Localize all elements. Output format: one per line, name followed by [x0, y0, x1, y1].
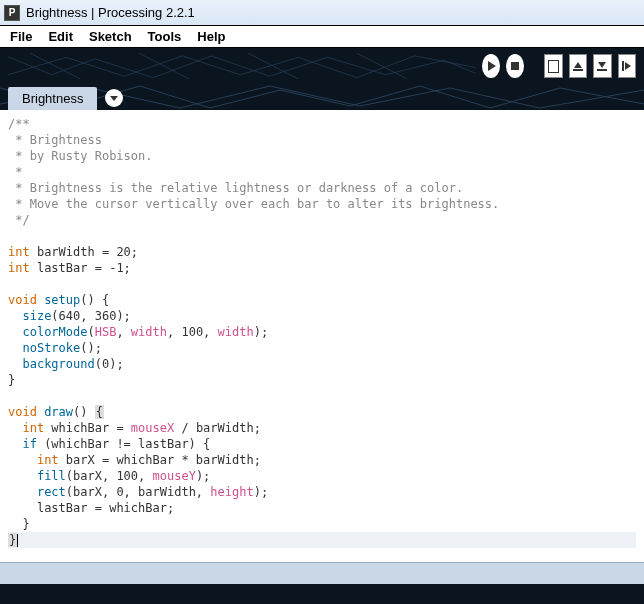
- comment-line: /**: [8, 117, 30, 131]
- open-button[interactable]: [569, 54, 587, 78]
- comment-line: * Move the cursor vertically over each b…: [8, 197, 507, 211]
- kw-int: int: [37, 453, 59, 467]
- fn-size: size: [22, 309, 51, 323]
- fn-colormode: colorMode: [22, 325, 87, 339]
- comment-line: *: [8, 165, 30, 179]
- kw-void: void: [8, 405, 37, 419]
- kw-if: if: [22, 437, 36, 451]
- comment-line: * by Rusty Robison.: [8, 149, 167, 163]
- tab-bar: Brightness: [0, 84, 644, 110]
- menu-sketch[interactable]: Sketch: [81, 27, 140, 46]
- app-icon: P: [4, 5, 20, 21]
- stop-icon: [511, 62, 519, 70]
- bi-mousey: mouseY: [153, 469, 196, 483]
- kw-void: void: [8, 293, 37, 307]
- toolbar-background-art: [8, 53, 476, 79]
- menu-help[interactable]: Help: [189, 27, 233, 46]
- bi-width: width: [218, 325, 254, 339]
- fn-fill: fill: [37, 469, 66, 483]
- save-button[interactable]: [593, 54, 611, 78]
- document-icon: [548, 60, 559, 73]
- comment-line: * Brightness: [8, 133, 102, 147]
- fn-setup: setup: [44, 293, 80, 307]
- code-editor[interactable]: /** * Brightness * by Rusty Robison. * *…: [0, 110, 644, 562]
- text-cursor: [17, 534, 18, 547]
- chevron-down-icon: [110, 96, 118, 101]
- menubar: File Edit Sketch Tools Help: [0, 26, 644, 48]
- play-icon: [488, 61, 496, 71]
- kw-int: int: [8, 245, 30, 259]
- arrow-right-icon: [625, 62, 631, 70]
- menu-edit[interactable]: Edit: [40, 27, 81, 46]
- bracket-highlight: }: [8, 533, 17, 547]
- kw-int: int: [22, 421, 44, 435]
- stop-button[interactable]: [506, 54, 524, 78]
- toolbar: [0, 48, 644, 84]
- code-text: barWidth = 20;: [30, 245, 138, 259]
- fn-draw: draw: [44, 405, 73, 419]
- fn-background: background: [22, 357, 94, 371]
- fn-rect: rect: [37, 485, 66, 499]
- export-button[interactable]: [618, 54, 636, 78]
- status-bar: [0, 562, 644, 584]
- comment-line: * Brightness is the relative lightness o…: [8, 181, 470, 195]
- tab-brightness[interactable]: Brightness: [8, 87, 97, 110]
- new-button[interactable]: [544, 54, 562, 78]
- menu-tools[interactable]: Tools: [140, 27, 190, 46]
- window-titlebar: P Brightness | Processing 2.2.1: [0, 0, 644, 26]
- arrow-up-icon: [574, 62, 582, 68]
- kw-int: int: [8, 261, 30, 275]
- code-text: lastBar = -1;: [30, 261, 131, 275]
- bi-height: height: [210, 485, 253, 499]
- code-text: (640, 360);: [51, 309, 130, 323]
- code-text: }: [8, 373, 15, 387]
- fn-nostroke: noStroke: [22, 341, 80, 355]
- bi-hsb: HSB: [95, 325, 117, 339]
- arrow-down-icon: [598, 62, 606, 68]
- bi-mousex: mouseX: [131, 421, 174, 435]
- bi-width: width: [131, 325, 167, 339]
- window-title: Brightness | Processing 2.2.1: [26, 5, 195, 20]
- bracket-highlight: {: [95, 405, 104, 419]
- menu-file[interactable]: File: [2, 27, 40, 46]
- comment-line: */: [8, 213, 30, 227]
- code-text: () {: [80, 293, 109, 307]
- run-button[interactable]: [482, 54, 500, 78]
- console-area: [0, 584, 644, 604]
